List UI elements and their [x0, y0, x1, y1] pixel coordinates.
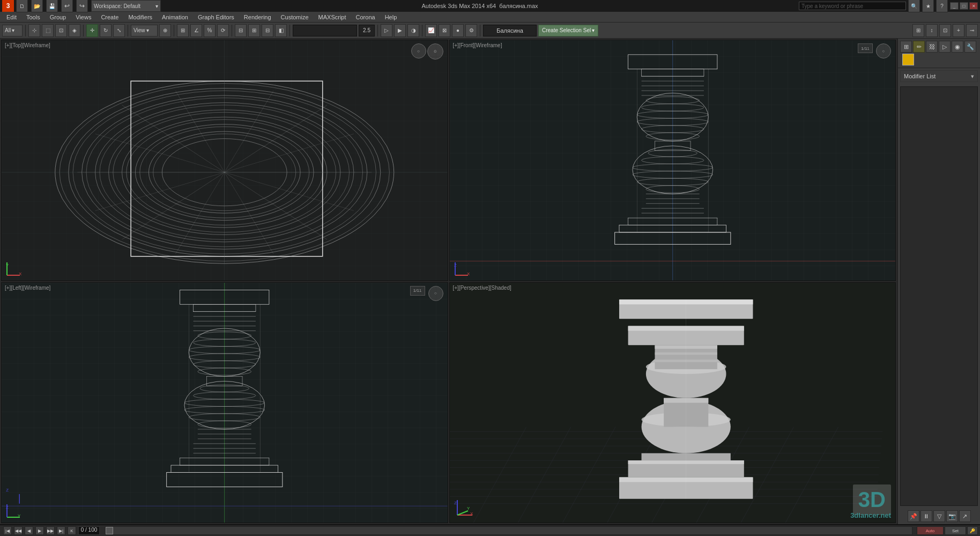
menu-customize[interactable]: Customize [277, 13, 313, 21]
minimize-btn[interactable]: _ [950, 2, 959, 10]
object-name-input[interactable]: Балясина [483, 25, 537, 36]
menu-group[interactable]: Group [46, 13, 71, 21]
value-input[interactable]: 2.5 [359, 25, 375, 36]
rotate-btn[interactable]: ↻ [100, 24, 112, 37]
display-icon[interactable]: ◉ [952, 41, 963, 53]
viewport-front[interactable]: [+][Front][Wireframe] ○ 1/11 [449, 40, 896, 281]
timeline-play-btn[interactable]: ▶ [35, 526, 44, 535]
menu-views[interactable]: Views [71, 13, 95, 21]
hierarchy-icon[interactable]: ⛓ [926, 41, 938, 53]
window-crossing-btn[interactable]: ⊡ [55, 24, 67, 37]
svg-text:X: X [467, 271, 470, 276]
filter-dropdown[interactable]: All▾ [2, 25, 23, 36]
use-center-btn[interactable]: ⊕ [159, 24, 171, 37]
select-similar-btn[interactable]: ◈ [69, 24, 80, 37]
menu-rendering[interactable]: Rendering [240, 13, 276, 21]
curve-editor-btn[interactable]: 📈 [425, 24, 437, 37]
maximize-btn[interactable]: □ [960, 2, 968, 10]
set-key-btn[interactable]: Set [945, 526, 966, 535]
redo-btn[interactable]: ↪ [76, 0, 88, 12]
configure-btn[interactable]: 📷 [946, 510, 958, 522]
filter-btn[interactable]: ▽ [933, 510, 945, 522]
extra-btn5[interactable]: ⊸ [966, 24, 978, 37]
timeline-prev-btn[interactable]: ◀ [25, 526, 33, 535]
show-all-btn[interactable]: ⏸ [920, 510, 932, 522]
timeline-end-btn[interactable]: ▶| [57, 526, 65, 535]
menu-graph-editors[interactable]: Graph Editors [194, 13, 239, 21]
watermark-site: 3dlancer.net [850, 511, 891, 519]
vp-front-label[interactable]: [+][Front][Wireframe] [453, 42, 502, 48]
pin-stack-btn[interactable]: 📌 [908, 510, 919, 522]
viewport-left[interactable]: [+][Left][Wireframe] ○ 1/11 [1, 282, 448, 524]
front-wireframe [450, 40, 896, 281]
timeline-next-btn[interactable]: ▶▶ [46, 526, 55, 535]
undo-btn[interactable]: ↩ [61, 0, 73, 12]
bookmark-icon[interactable]: ★ [922, 0, 934, 12]
open-btn[interactable]: 📂 [31, 0, 43, 12]
timeline-prev-frame-btn[interactable]: ◀◀ [14, 526, 23, 535]
coord-dropdown[interactable]: View▾ [131, 25, 158, 36]
menu-modifiers[interactable]: Modifiers [124, 13, 157, 21]
auto-key-btn[interactable]: Auto [917, 526, 944, 535]
motion-icon[interactable]: ▷ [939, 41, 951, 53]
viewport-top[interactable]: [+][Top][Wireframe] ⊙ [1, 40, 448, 281]
activeshade-btn[interactable]: ◑ [407, 24, 419, 37]
save-btn[interactable]: 💾 [46, 0, 58, 12]
menu-tools[interactable]: Tools [22, 13, 44, 21]
modify-icon[interactable]: ✏ [913, 41, 925, 53]
viewport-perspective[interactable]: [+][Perspective][Shaded] Total Polys: 3 … [449, 282, 896, 524]
menu-maxscript[interactable]: MAXScript [314, 13, 351, 21]
named-sel-input[interactable] [293, 25, 357, 36]
select-move-btn[interactable]: ✛ [86, 24, 98, 37]
vp-top-label[interactable]: [+][Top][Wireframe] [5, 42, 50, 48]
menu-corona[interactable]: Corona [352, 13, 380, 21]
snap-percent-btn[interactable]: % [204, 24, 216, 37]
snap3d-btn[interactable]: ⊞ [177, 24, 189, 37]
scale-btn[interactable]: ⤡ [113, 24, 125, 37]
menu-animation[interactable]: Animation [158, 13, 192, 21]
key-filters-btn[interactable]: 🔑 [967, 526, 978, 535]
snap-angle-btn[interactable]: ∠ [190, 24, 202, 37]
schematic-btn[interactable]: ⊠ [439, 24, 450, 37]
axis-left: Y Z [5, 502, 22, 519]
orbit-top[interactable]: ○ [411, 43, 426, 58]
extra-btn4[interactable]: + [953, 24, 964, 37]
snap-spinner-btn[interactable]: ⟳ [217, 24, 229, 37]
material-color-swatch[interactable] [902, 54, 914, 65]
make-unique-btn[interactable]: ↗ [959, 510, 971, 522]
new-btn[interactable]: 🗋 [16, 0, 28, 12]
array-btn[interactable]: ⊟ [262, 24, 273, 37]
material-btn[interactable]: ● [452, 24, 464, 37]
open-render-btn[interactable]: ▷ [381, 24, 392, 37]
layer-btn[interactable]: ◧ [275, 24, 287, 37]
vp-perspective-label[interactable]: [+][Perspective][Shaded] [453, 285, 511, 291]
timeline-frame-input[interactable]: 0 / 100 [78, 526, 100, 535]
select-btn[interactable]: ⊹ [28, 24, 40, 37]
render-setup-btn[interactable]: ⚙ [465, 24, 477, 37]
search-icon[interactable]: 🔍 [908, 0, 920, 12]
modifier-list-dropdown[interactable]: Modifier List ▾ [900, 70, 978, 82]
menu-edit[interactable]: Edit [2, 13, 21, 21]
timeline-key-mode-btn[interactable]: K [68, 526, 76, 535]
extra-btn2[interactable]: ↕ [926, 24, 938, 37]
extra-btn1[interactable]: ⊞ [912, 24, 924, 37]
modifier-stack[interactable] [900, 86, 978, 506]
extra-btn3[interactable]: ⊡ [939, 24, 951, 37]
timeline-start-btn[interactable]: |◀ [3, 526, 12, 535]
utilities-icon[interactable]: 🔧 [964, 41, 976, 53]
quick-render-btn[interactable]: ▶ [394, 24, 406, 37]
help-icon[interactable]: ? [936, 0, 948, 12]
workspace-dropdown[interactable]: Workspace: Default ▾ [91, 0, 161, 12]
select-region-btn[interactable]: ⬚ [42, 24, 54, 37]
menu-help[interactable]: Help [381, 13, 402, 21]
search-input[interactable]: Type a keyword or phrase [799, 2, 906, 10]
timeline-scrubber[interactable] [105, 526, 912, 535]
create-icon[interactable]: ⊞ [900, 41, 912, 53]
vp-left-label[interactable]: [+][Left][Wireframe] [5, 285, 50, 291]
align-btn[interactable]: ⊟ [235, 24, 247, 37]
create-selection-btn[interactable]: Create Selection Sel▾ [538, 25, 598, 36]
close-btn[interactable]: ✕ [969, 2, 978, 10]
menu-create[interactable]: Create [96, 13, 123, 21]
mirror-btn[interactable]: ⊞ [248, 24, 260, 37]
timeline-thumb[interactable] [106, 527, 113, 534]
